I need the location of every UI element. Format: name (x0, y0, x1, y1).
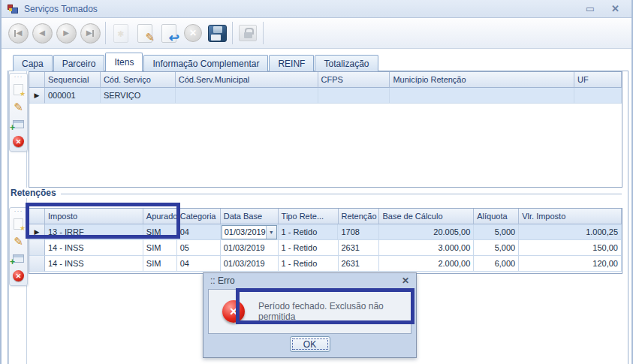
tab-capa[interactable]: Capa (13, 55, 53, 71)
edit-row-button[interactable] (11, 234, 26, 248)
minimize-icon[interactable] (586, 4, 595, 14)
column-header[interactable]: Apurado (143, 209, 177, 224)
tab-reinf[interactable]: REINF (269, 55, 314, 71)
table-row[interactable]: 14 - INSSSIM0401/03/20191 - Retido26312.… (29, 256, 622, 272)
add-row-button[interactable] (11, 83, 26, 97)
dialog-close-icon[interactable] (402, 275, 409, 286)
row-indicator-header[interactable] (29, 72, 45, 88)
grid-cell[interactable]: 2631 (339, 256, 380, 272)
grid-cell[interactable]: 5,000 (474, 240, 519, 256)
nav-previous-button[interactable]: ◀ (30, 21, 54, 45)
toolbar-grip[interactable] (14, 209, 23, 214)
column-header[interactable]: Município Retenção (390, 72, 574, 88)
column-header[interactable]: Data Base (221, 209, 279, 224)
grid-cell[interactable]: 1 - Retido (279, 224, 339, 240)
form-icon (8, 4, 19, 14)
grid-cell[interactable]: SIM (143, 240, 177, 256)
delete-row-icon (13, 136, 24, 147)
error-message: Período fechado. Exclusão não permitida (258, 301, 411, 322)
tab-totaliza-o[interactable]: Totalização (315, 55, 378, 71)
insert-row-button[interactable] (11, 117, 26, 131)
grid-cell[interactable]: 04 (177, 224, 221, 240)
toolbar-grip[interactable] (14, 74, 23, 80)
grid-cell[interactable]: 000001 (45, 88, 101, 104)
grid-cell[interactable] (390, 88, 574, 104)
cancel-record-button[interactable]: ✕ (181, 21, 205, 45)
edit-record-icon: ✎ (137, 24, 152, 43)
row-indicator[interactable] (29, 256, 45, 272)
column-header[interactable]: CFPS (318, 72, 390, 88)
delete-row-button[interactable] (11, 269, 26, 283)
grid-cell[interactable]: SERVIÇO (101, 88, 176, 104)
grid-cell[interactable]: 05 (177, 240, 221, 256)
grid-cell[interactable] (176, 88, 318, 104)
date-base-cell[interactable]: 01/03/2019▾ (221, 224, 279, 240)
grid-header-row: ImpostoApuradoCategoriaData BaseTipo Ret… (29, 209, 622, 224)
column-header[interactable]: Vlr. Imposto (519, 209, 622, 224)
save-record-button[interactable] (205, 21, 229, 45)
insert-row-button[interactable] (11, 251, 26, 266)
row-indicator-header[interactable] (29, 209, 45, 224)
chevron-down-icon[interactable]: ▾ (266, 226, 276, 239)
column-header[interactable]: Cód.Serv.Municipal (176, 72, 318, 88)
grid-cell[interactable]: 3.000,00 (379, 240, 474, 256)
nav-first-button[interactable]: ◀ (6, 21, 30, 45)
column-header[interactable]: Tipo Rete... (279, 209, 339, 224)
column-header[interactable]: Categoria (177, 209, 221, 224)
grid-cell[interactable] (318, 88, 390, 104)
window-title: Serviços Tomados (24, 4, 98, 14)
grid-cell[interactable]: 01/03/2019 (221, 240, 279, 256)
row-indicator[interactable]: ▶ (29, 88, 45, 104)
grid-cell[interactable]: 01/03/2019 (221, 256, 279, 272)
column-header[interactable]: Imposto (45, 209, 143, 224)
row-indicator[interactable]: ▶ (29, 224, 45, 240)
grid-cell[interactable]: 1 - Retido (279, 256, 339, 272)
new-record-button[interactable]: ✱ (109, 21, 133, 45)
column-header[interactable]: UF (574, 72, 622, 88)
grid-cell[interactable]: 5,000 (474, 224, 519, 240)
row-indicator[interactable] (29, 240, 45, 256)
error-dialog: :: Erro Período fechado. Exclusão não pe… (203, 272, 417, 358)
column-header[interactable]: Base de Cálculo (379, 209, 474, 224)
nav-next-button[interactable]: ▶ (54, 21, 78, 45)
grid-cell[interactable]: 14 - INSS (45, 256, 143, 272)
lock-record-button[interactable] (236, 21, 260, 45)
grid-cell[interactable]: 1.000,25 (519, 224, 622, 240)
edit-record-button[interactable]: ✎ (133, 21, 157, 45)
column-header[interactable]: Cód. Serviço (101, 72, 176, 88)
close-icon[interactable] (611, 4, 619, 14)
grid-cell[interactable]: 120,00 (519, 256, 622, 272)
add-row-button[interactable] (11, 217, 26, 231)
table-row[interactable]: ▶000001SERVIÇO (29, 88, 622, 104)
grid-cell[interactable]: SIM (143, 256, 177, 272)
table-row[interactable]: ▶13 - IRRFSIM0401/03/2019▾1 - Retido1708… (29, 224, 622, 240)
column-header[interactable]: Alíquota (474, 209, 519, 224)
column-header[interactable]: Sequencial (45, 72, 101, 88)
grid-cell[interactable]: 1708 (338, 224, 379, 240)
grid-cell[interactable]: 20.005,00 (379, 224, 474, 240)
grid-cell[interactable]: 2631 (339, 240, 380, 256)
grid-cell[interactable]: 04 (177, 256, 221, 272)
grid-cell[interactable]: 6,000 (474, 256, 519, 272)
tab-informa-o-complementar[interactable]: Informação Complementar (143, 55, 268, 71)
tab-parceiro[interactable]: Parceiro (53, 55, 105, 71)
grid-cell[interactable]: 150,00 (519, 240, 622, 256)
grid-cell[interactable]: SIM (143, 224, 177, 240)
main-toolbar: ◀ ◀ ▶ ▶ ✱ ✎ ↩ ✕ (2, 18, 631, 49)
grid-cell[interactable]: 14 - INSS (45, 240, 143, 256)
grid-cell[interactable]: 2.000,00 (379, 256, 474, 272)
column-header[interactable]: Retenção (339, 209, 380, 224)
grid-cell[interactable]: 1 - Retido (279, 240, 339, 256)
delete-row-button[interactable] (11, 134, 26, 149)
grid-cell[interactable]: 13 - IRRF (45, 224, 143, 240)
date-combobox[interactable]: 01/03/2019▾ (222, 225, 277, 239)
nav-last-button[interactable]: ▶ (78, 21, 102, 45)
retencoes-grid: ImpostoApuradoCategoriaData BaseTipo Ret… (29, 208, 622, 274)
tab-itens[interactable]: Itens (105, 53, 143, 71)
ok-button[interactable]: OK (290, 336, 330, 352)
date-combobox-value: 01/03/2019 (222, 227, 266, 236)
grid-cell[interactable] (574, 88, 622, 104)
revert-record-button[interactable]: ↩ (157, 21, 181, 45)
edit-row-button[interactable] (11, 100, 26, 114)
table-row[interactable]: 14 - INSSSIM0501/03/20191 - Retido26313.… (29, 240, 622, 256)
